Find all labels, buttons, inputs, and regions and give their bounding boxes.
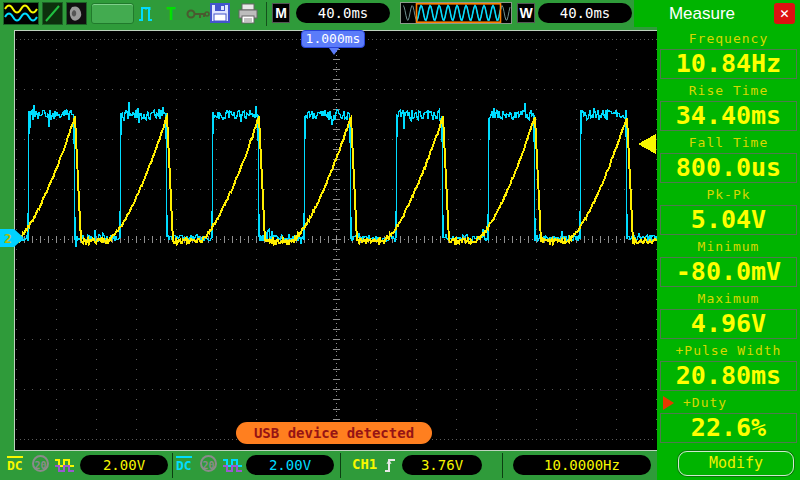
- measure-label: Minimum: [657, 238, 800, 255]
- toolbar: T: [0, 0, 634, 28]
- channel-waveforms-button[interactable]: [3, 2, 39, 25]
- pulse-icon: [138, 4, 158, 24]
- display-button[interactable]: [66, 2, 87, 25]
- save-button[interactable]: [210, 3, 231, 28]
- measure-panel-header: Measure ✕: [634, 0, 800, 27]
- frequency-counter-value: 10.0000Hz: [513, 455, 651, 475]
- trigger-position-value: 1.000ms: [306, 31, 361, 46]
- main-timebase-value[interactable]: 40.0ms: [296, 3, 390, 23]
- ch2-bandwidth-20-icon: 20: [200, 455, 217, 472]
- svg-text:2: 2: [4, 231, 12, 246]
- waveform-preview-thumbnail: [401, 3, 511, 23]
- window-timebase-value[interactable]: 40.0ms: [538, 3, 632, 23]
- measure-value: 20.80ms: [660, 361, 797, 391]
- pulse-mode-button[interactable]: [138, 4, 158, 28]
- measure-item-fall-time: Fall Time800.0us: [657, 134, 800, 186]
- lock-button[interactable]: [186, 6, 210, 26]
- status-bar: DC 20 2.00V DC 20 2.00V CH: [0, 451, 657, 480]
- save-floppy-icon: [210, 3, 231, 24]
- status-separator: [340, 453, 341, 478]
- usb-toast: USB device detected: [236, 422, 432, 444]
- measure-value: 5.04V: [660, 205, 797, 235]
- measure-value: 800.0us: [660, 153, 797, 183]
- key-icon: [186, 6, 210, 22]
- measure-label: Pk-Pk: [657, 186, 800, 203]
- cursor-line-icon: [43, 3, 62, 24]
- measure-rows: Frequency10.84HzRise Time34.40msFall Tim…: [657, 30, 800, 446]
- measure-value: -80.0mV: [660, 257, 797, 287]
- trigger-source-label: CH1: [352, 456, 377, 472]
- measure-item-frequency: Frequency10.84Hz: [657, 30, 800, 82]
- measure-value: 22.6%: [660, 413, 797, 443]
- rising-edge-icon: [384, 456, 398, 478]
- measure-label: +Pulse Width: [657, 342, 800, 359]
- measure-item--pulse-width: +Pulse Width20.80ms: [657, 342, 800, 394]
- printer-icon: [237, 3, 259, 25]
- measure-label: +Duty: [657, 394, 800, 411]
- measure-item-maximum: Maximum4.96V: [657, 290, 800, 342]
- toolbar-separator: [266, 2, 267, 26]
- measure-item-rise-time: Rise Time34.40ms: [657, 82, 800, 134]
- print-button[interactable]: [237, 3, 259, 29]
- measure-value: 4.96V: [660, 309, 797, 339]
- blank-toolbar-button[interactable]: [91, 3, 134, 24]
- waveform-preview[interactable]: [400, 2, 512, 24]
- measure-label: Frequency: [657, 30, 800, 47]
- graticule-and-traces: [15, 31, 657, 450]
- channel-waveforms-icon: [4, 3, 38, 24]
- selected-item-arrow-icon: [663, 396, 681, 410]
- window-timebase-label: W: [517, 3, 535, 23]
- ch1-coupling-dc-icon: DC: [7, 456, 23, 474]
- close-icon[interactable]: ✕: [774, 3, 795, 24]
- trigger-indicator: T: [166, 3, 176, 25]
- measure-value: 34.40ms: [660, 101, 797, 131]
- measure-item-minimum: Minimum-80.0mV: [657, 238, 800, 290]
- modify-button[interactable]: Modify: [678, 451, 794, 476]
- measure-item-pk-pk: Pk-Pk5.04V: [657, 186, 800, 238]
- cursor-button[interactable]: [42, 2, 63, 25]
- ch2-scale-value[interactable]: 2.00V: [246, 455, 334, 475]
- ch1-bandwidth-20-icon: 20: [32, 455, 49, 472]
- ch1-scale-value[interactable]: 2.00V: [80, 455, 168, 475]
- measure-value: 10.84Hz: [660, 49, 797, 79]
- trigger-level-value[interactable]: 3.76V: [402, 455, 482, 475]
- ch1-wave-type-icon: [54, 457, 76, 477]
- channel2-position-marker[interactable]: 2: [0, 228, 26, 252]
- measure-item--duty: +Duty22.6%: [657, 394, 800, 446]
- status-separator: [502, 453, 503, 478]
- ch2-wave-type-icon: [222, 457, 244, 477]
- measure-panel-title: Measure: [634, 0, 770, 27]
- measure-label: Fall Time: [657, 134, 800, 151]
- waveform-display: [14, 30, 658, 451]
- oscilloscope-screen: T: [0, 0, 800, 480]
- status-separator: [172, 453, 173, 478]
- measure-label: Maximum: [657, 290, 800, 307]
- main-timebase-label: M: [272, 3, 290, 23]
- measure-label: Rise Time: [657, 82, 800, 99]
- noise-blob-icon: [67, 3, 86, 24]
- ch2-coupling-dc-icon: DC: [176, 456, 192, 474]
- trigger-position-label[interactable]: 1.000ms: [301, 30, 365, 48]
